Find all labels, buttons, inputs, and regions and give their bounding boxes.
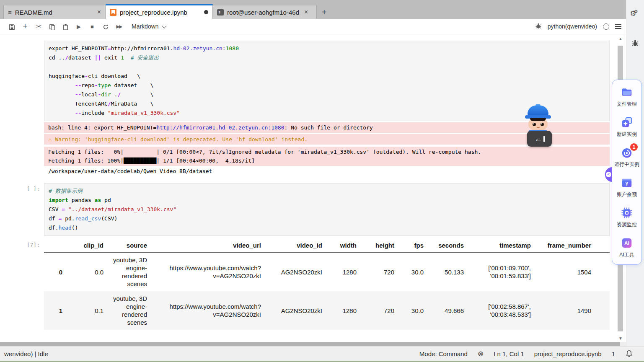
sidebar-item-label: 文件管理: [617, 101, 637, 108]
stop-kernel-button[interactable]: ■: [85, 23, 99, 30]
tab-label: README.md: [15, 9, 52, 16]
bug-report-icon[interactable]: [626, 39, 644, 49]
kernel-zone: python(qwenvideo): [535, 23, 621, 31]
svg-text:¥: ¥: [626, 181, 628, 186]
table-cell: 1504: [535, 253, 595, 292]
column-header: video_url: [151, 239, 265, 253]
resource-monitor-icon: [621, 207, 633, 219]
output-prompt: [7]:: [0, 239, 44, 330]
horizontal-scrollbar[interactable]: [0, 342, 626, 346]
status-bar: wenvideo) | Idle Mode: Command ⊗ Ln 1, C…: [0, 346, 644, 361]
table-cell: 30.0: [398, 291, 428, 330]
running-instance-icon: 1: [621, 146, 633, 159]
collapse-tooltip[interactable]: ←: [527, 131, 552, 147]
sidebar-item-resource-monitor[interactable]: 资源监控: [612, 207, 641, 228]
table-cell: youtube, 3D engine-rendered scenes: [108, 253, 151, 292]
jupyterlab-window: ≡ README.md × project_reproduce.ipynb $_…: [0, 0, 626, 362]
code-editor[interactable]: # 数据集示例import pandas as pdCSV = "../data…: [44, 183, 610, 236]
step-back-bar-icon: [543, 136, 545, 142]
close-icon[interactable]: ×: [304, 8, 308, 16]
sidebar-item-ai-tools[interactable]: AI AI工具: [612, 237, 641, 259]
collapse-arrow-icon: <: [606, 172, 611, 177]
insert-cell-button[interactable]: +: [18, 22, 32, 31]
column-header: timestamp: [468, 239, 535, 253]
unsaved-dot-icon[interactable]: [204, 10, 208, 14]
column-header: video_id: [265, 239, 326, 253]
sidebar-item-file-manager[interactable]: 文件管理: [612, 86, 641, 108]
kernel-status-text: wenvideo) | Idle: [4, 350, 48, 357]
run-all-button[interactable]: ▶▶: [112, 24, 126, 29]
scroll-down-arrow-icon[interactable]: ▼: [616, 336, 626, 341]
trust-shield-icon[interactable]: ⊗: [478, 349, 484, 358]
kernel-name[interactable]: python(qwenvideo): [548, 23, 597, 30]
table-row: 00.0youtube, 3D engine-rendered scenesht…: [44, 253, 610, 292]
progress-line: Fetching 1 files: 0%| | 0/1 [00:00<?, ?i…: [48, 147, 605, 156]
sidebar-item-running-instances[interactable]: 1 运行中实例: [612, 146, 641, 168]
quick-access-panel: < 文件管理 新建实例 1 运行中实例 ¥ 账户余额 资源监控 AI: [612, 80, 642, 265]
cut-cell-button[interactable]: ✂: [32, 22, 45, 31]
step-back-arrow-icon: ←: [534, 134, 543, 143]
sidebar-item-new-instance[interactable]: 新建实例: [612, 116, 641, 138]
new-tab-button[interactable]: +: [322, 8, 327, 17]
scroll-up-arrow-icon[interactable]: ▲: [616, 36, 626, 41]
balance-icon: ¥: [621, 176, 633, 189]
table-cell: AG2NSO20zkI: [265, 291, 326, 330]
input-prompt: [ ]:: [0, 183, 44, 236]
cursor-position[interactable]: Ln 1, Col 1: [494, 350, 524, 357]
input-prompt: [0, 41, 44, 121]
progress-line: Fetching 1 files: 100%|██████████| 1/1 […: [48, 156, 605, 165]
table-cell: youtube, 3D engine-rendered scenes: [108, 291, 151, 330]
column-header: frame_number: [535, 239, 595, 253]
assistant-character[interactable]: [521, 106, 555, 133]
row-index: 1: [44, 291, 67, 330]
row-index: 0: [44, 253, 67, 292]
table-cell: AG2NSO20zkI: [265, 253, 326, 292]
mode-indicator[interactable]: Mode: Command: [419, 350, 468, 357]
table-cell: 1280: [326, 253, 361, 292]
notebook-toolbar: + ✂ ▶ ■ ▶▶ Markdown python(qwenvideo): [0, 19, 626, 34]
ai-tools-icon: AI: [621, 237, 633, 249]
menu-icon[interactable]: [615, 23, 621, 30]
cell-type-dropdown[interactable]: Markdown: [132, 23, 166, 30]
terminal-icon: $_: [217, 9, 224, 16]
markdown-file-icon: ≡: [8, 9, 12, 16]
run-cell-button[interactable]: ▶: [72, 23, 85, 30]
column-header: width: [326, 239, 361, 253]
scrollbar-thumb[interactable]: [0, 342, 620, 346]
table-cell: 50.133: [428, 253, 468, 292]
copy-cell-button[interactable]: [45, 23, 59, 30]
bell-icon[interactable]: [625, 349, 633, 359]
table-cell: 1280: [326, 291, 361, 330]
sidebar-item-label: 运行中实例: [614, 161, 639, 168]
table-cell: 0.0: [67, 253, 108, 292]
notebook-content: export HF_ENDPOINT=http://hfmirrora01.hd…: [0, 34, 626, 342]
restart-kernel-button[interactable]: [99, 23, 112, 30]
sidebar-item-label: 资源监控: [617, 221, 637, 228]
warning-text: Warning: 'huggingface-cli download' is d…: [55, 135, 308, 144]
sidebar-item-label: AI工具: [619, 251, 634, 259]
paste-cell-button[interactable]: [59, 23, 72, 30]
column-header: seconds: [428, 239, 468, 253]
table-cell: https://www.youtube.com/watch?v=AG2NSO20…: [151, 291, 265, 330]
table-cell: 49.666: [428, 291, 468, 330]
save-button[interactable]: [5, 23, 18, 30]
chevron-down-icon: [162, 23, 166, 28]
sidebar-item-account-balance[interactable]: ¥ 账户余额: [612, 176, 641, 198]
debugger-bug-icon[interactable]: [535, 23, 542, 31]
table-cell: 720: [361, 291, 398, 330]
table-cell: 1490: [535, 291, 595, 330]
close-icon[interactable]: ×: [97, 8, 101, 16]
column-header: [44, 239, 67, 253]
column-header: height: [361, 239, 398, 253]
tab-label: project_reproduce.ipynb: [120, 9, 187, 16]
tab-terminal[interactable]: $_ root@user-aohgfm1o-46d ×: [213, 5, 317, 19]
column-header: framestamp: [595, 239, 610, 253]
table-cell: https://www.youtube.com/watch?v=AG2NSO20…: [151, 253, 265, 292]
column-header: clip_id: [67, 239, 108, 253]
tab-readme[interactable]: ≡ README.md ×: [3, 5, 106, 19]
settings-gears-icon[interactable]: ⚙⚙: [626, 9, 644, 18]
kernel-status-icon[interactable]: [603, 23, 609, 30]
table-cell: 0.1: [67, 291, 108, 330]
stdout-output: /workspace/user-data/codelab/Qwen_Video_…: [44, 166, 610, 176]
tab-notebook[interactable]: project_reproduce.ipynb: [106, 4, 213, 19]
